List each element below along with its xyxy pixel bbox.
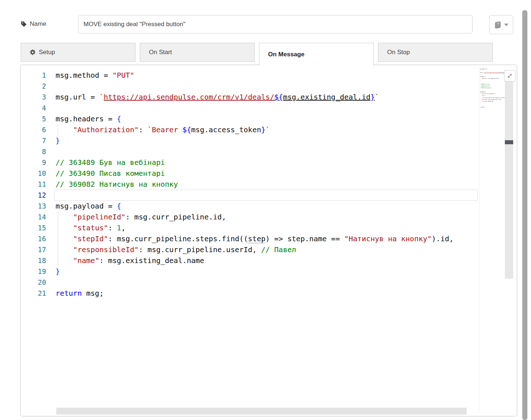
caret-down-icon (504, 24, 508, 26)
code-line[interactable]: 14 "pipelineId": msg.curr_pipeline.id, (21, 211, 478, 222)
current-line-highlight (54, 190, 478, 201)
code-line[interactable]: 9// 363489 Був на вебінарі (21, 157, 478, 168)
tab-label: On Start (149, 49, 172, 56)
line-number: 13 (21, 201, 46, 211)
line-number: 6 (21, 124, 46, 135)
line-number: 7 (21, 135, 46, 146)
line-number: 11 (21, 179, 46, 190)
code-line[interactable]: 5msg.headers = { (21, 113, 478, 124)
line-number: 1 (21, 70, 46, 81)
name-input[interactable] (78, 15, 473, 33)
tab-setup[interactable]: Setup (21, 43, 135, 62)
code-line[interactable]: 15 "status": 1, (21, 222, 478, 233)
line-number: 8 (21, 146, 46, 157)
line-number: 14 (21, 211, 46, 222)
line-number: 20 (21, 277, 46, 288)
name-label-text: Name (30, 20, 46, 28)
line-number: 15 (21, 222, 46, 233)
code-line[interactable]: 6 "Authorization": `Bearer ${msg.access_… (21, 124, 478, 135)
tab-on-start[interactable]: On Start (140, 43, 255, 62)
function-node-edit-dialog: Name Setup On Sta (0, 0, 531, 420)
indent-guide (58, 255, 58, 266)
code-line[interactable]: 3msg.url = `https://api.sendpulse.com/cr… (21, 92, 478, 102)
code-editor[interactable]: 1msg.method = "PUT"23msg.url = `https://… (20, 65, 517, 416)
code-line[interactable]: 4 (21, 102, 478, 113)
code-line[interactable]: 16 "stepId": msg.curr_pipeline.steps.fin… (21, 233, 478, 244)
page-scrollbar[interactable] (522, 10, 527, 420)
indent-guide (58, 124, 58, 135)
indent-guide (58, 233, 58, 244)
editor-vertical-scrollbar[interactable] (505, 81, 513, 279)
expand-editor-button[interactable] (504, 70, 515, 81)
indent-guide (58, 222, 58, 233)
book-icon (494, 21, 502, 29)
line-number: 12 (21, 190, 46, 201)
gear-icon (30, 49, 36, 55)
code-line[interactable]: 19} (21, 266, 478, 277)
line-number: 16 (21, 233, 46, 244)
indent-guide (58, 244, 58, 255)
scrollbar-cursor-marker (505, 140, 513, 144)
expand-icon (507, 73, 512, 78)
line-number: 5 (21, 113, 46, 124)
code-line[interactable]: 10// 363490 Писав коментарі (21, 168, 478, 179)
tab-label: Setup (39, 49, 55, 56)
line-number: 3 (21, 92, 46, 102)
code-line[interactable]: 8 (21, 146, 478, 157)
code-lines: 1msg.method = "PUT"23msg.url = `https://… (21, 70, 478, 299)
code-line[interactable]: 7} (21, 135, 478, 146)
tab-label: On Message (268, 51, 304, 58)
tag-icon (21, 21, 27, 27)
code-line[interactable]: 2 (21, 81, 478, 92)
code-line[interactable]: 20 (21, 277, 478, 288)
code-line[interactable]: 13msg.payload = { (21, 201, 478, 211)
line-number: 2 (21, 81, 46, 92)
minimap[interactable]: msg.method = "PUT"msg.url = `https://api… (479, 67, 505, 412)
code-line[interactable]: 12 (21, 190, 478, 201)
minimap-content: msg.method = "PUT"msg.url = `https://api… (480, 68, 505, 108)
editor-horizontal-scrollbar-thumb[interactable] (56, 408, 467, 415)
line-number: 17 (21, 244, 46, 255)
indent-guide (58, 211, 58, 222)
library-button[interactable] (489, 15, 513, 34)
name-label: Name (21, 20, 46, 28)
code-line[interactable]: 1msg.method = "PUT" (21, 70, 478, 81)
line-number: 21 (21, 288, 46, 299)
editor-tabs: Setup On Start On Message On Stop (21, 43, 504, 65)
code-line: return msg; (480, 106, 505, 108)
code-line[interactable]: 11// 369082 Натиснув на кнопку (21, 179, 478, 190)
line-number: 4 (21, 102, 46, 113)
line-number: 9 (21, 157, 46, 168)
line-number: 18 (21, 255, 46, 266)
code-line[interactable]: 17 "responsibleId": msg.curr_pipeline.us… (21, 244, 478, 255)
tab-on-stop[interactable]: On Stop (378, 43, 493, 62)
code-line[interactable]: 21return msg; (21, 288, 478, 299)
line-number: 10 (21, 168, 46, 179)
tab-on-message[interactable]: On Message (259, 43, 374, 65)
tab-label: On Stop (387, 49, 410, 56)
line-number: 19 (21, 266, 46, 277)
code-line[interactable]: 18 "name": msg.existing_deal.name (21, 255, 478, 266)
